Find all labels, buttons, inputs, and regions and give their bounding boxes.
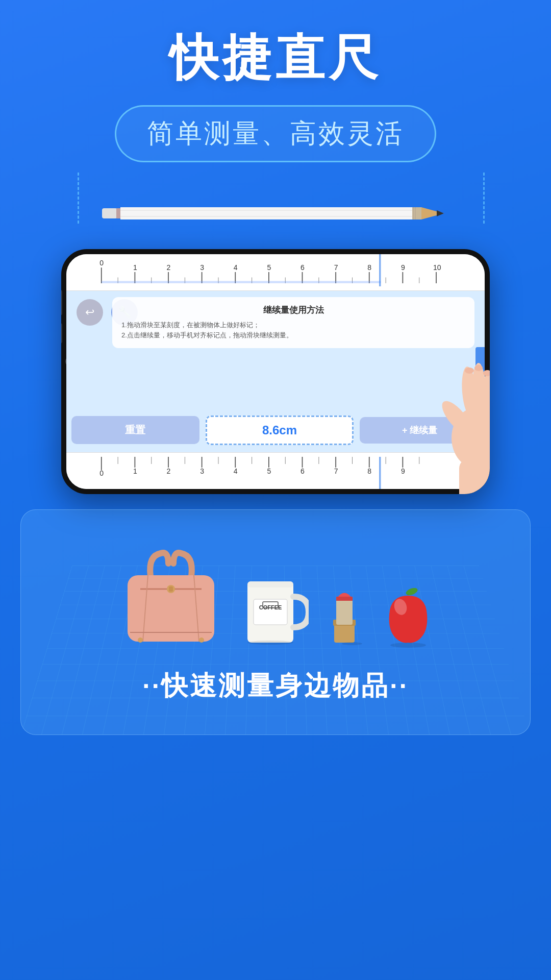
lipstick-svg [324,586,365,648]
volume-button-2 [61,323,62,344]
svg-point-101 [247,641,293,645]
top-section: 快捷直尺 简单测量、高效灵活 [0,0,551,162]
volume-button-1 [61,290,62,315]
svg-text:9: 9 [401,467,405,475]
svg-point-106 [342,642,362,645]
tooltip-card: 继续量使用方法 1.拖动滑块至某刻度，在被测物体上做好标记； 2.点击继续量，移… [112,297,474,349]
svg-point-84 [465,368,474,374]
measurement-value: 8.6cm [206,415,354,445]
svg-rect-97 [247,581,293,587]
apple-svg [380,586,436,648]
svg-text:9: 9 [401,263,405,271]
svg-text:4: 4 [234,263,238,271]
svg-rect-76 [379,457,381,489]
handbag-object [115,535,227,648]
svg-text:4: 4 [234,467,238,475]
svg-point-107 [405,586,419,596]
hand-svg [423,361,490,494]
handbag-svg [115,535,227,648]
svg-text:6: 6 [300,467,305,475]
tooltip-line1: 1.拖动滑块至某刻度，在被测物体上做好标记； [121,320,465,331]
svg-text:8: 8 [367,263,371,271]
svg-text:1: 1 [133,467,137,475]
svg-point-109 [390,643,426,648]
svg-point-95 [199,638,204,643]
ruler-bottom-svg: 0 1 2 3 4 [66,457,485,489]
subtitle-pill: 简单测量、高效灵活 [115,105,436,162]
svg-rect-98 [254,599,287,625]
back-button[interactable]: ↩ [77,299,103,326]
svg-text:0: 0 [99,258,104,266]
ruler-bottom: 0 1 2 3 4 [66,452,485,489]
svg-rect-1 [116,208,120,218]
svg-rect-90 [169,586,173,592]
ruler-top: 0 1 2 3 4 [66,254,485,291]
svg-point-94 [138,638,143,643]
svg-text:3: 3 [200,467,204,475]
objects-row: COFFEE [41,535,510,648]
svg-text:1: 1 [133,263,137,271]
svg-text:7: 7 [334,263,338,271]
pencil-icon [102,203,449,224]
hand-icon [423,361,490,494]
phone-outer: 0 1 2 3 4 [61,249,490,494]
svg-rect-43 [102,281,381,283]
phone-content: ↩ 🔧 继续量使用方法 1.拖动滑块至某刻度，在被测物体上做好标记； 2.点击继… [66,291,485,452]
svg-text:10: 10 [433,263,441,271]
ruler-top-svg: 0 1 2 3 4 [66,254,485,286]
svg-point-85 [474,365,483,371]
bottom-section: COFFEE [20,509,531,735]
svg-rect-0 [102,208,117,218]
svg-text:5: 5 [267,467,271,475]
svg-text:6: 6 [300,263,305,271]
svg-rect-44 [379,254,381,286]
svg-text:5: 5 [267,263,271,271]
svg-rect-5 [412,207,421,219]
coffee-mug-object: COFFEE [242,576,309,648]
phone-screen: 0 1 2 3 4 [66,254,485,489]
tooltip-title: 继续量使用方法 [121,304,465,316]
reset-button[interactable]: 重置 [71,416,199,444]
bottom-text: ··快速测量身边物品·· [41,668,510,704]
dashed-line-left [78,173,79,224]
svg-text:2: 2 [167,467,171,475]
subtitle-text: 简单测量、高效灵活 [147,118,404,148]
svg-text:8: 8 [367,467,371,475]
svg-rect-104 [336,599,353,625]
svg-rect-105 [336,597,353,601]
measurement-row: 重置 8.6cm + 继续量 [71,415,480,445]
tooltip-body: 1.拖动滑块至某刻度，在被测物体上做好标记； 2.点击继续量，移动手机对齐标记点… [121,320,465,341]
tooltip-line2: 2.点击继续量，移动手机对齐标记点，拖动滑块继续测量。 [121,330,465,341]
bottom-subtitle: ··快速测量身边物品·· [41,668,510,704]
pencil-area [0,183,551,244]
dashed-line-right [483,173,485,224]
main-title: 快捷直尺 [0,31,551,85]
phone-wrapper: 0 1 2 3 4 [0,249,551,494]
svg-rect-2 [120,207,416,219]
svg-text:2: 2 [167,263,171,271]
svg-rect-83 [459,458,490,494]
svg-text:0: 0 [99,469,104,477]
coffee-mug-svg: COFFEE [242,576,309,648]
lipstick-object [324,586,365,648]
apple-object [380,586,436,648]
svg-text:3: 3 [200,263,204,271]
svg-text:7: 7 [334,467,338,475]
svg-marker-7 [437,210,444,216]
